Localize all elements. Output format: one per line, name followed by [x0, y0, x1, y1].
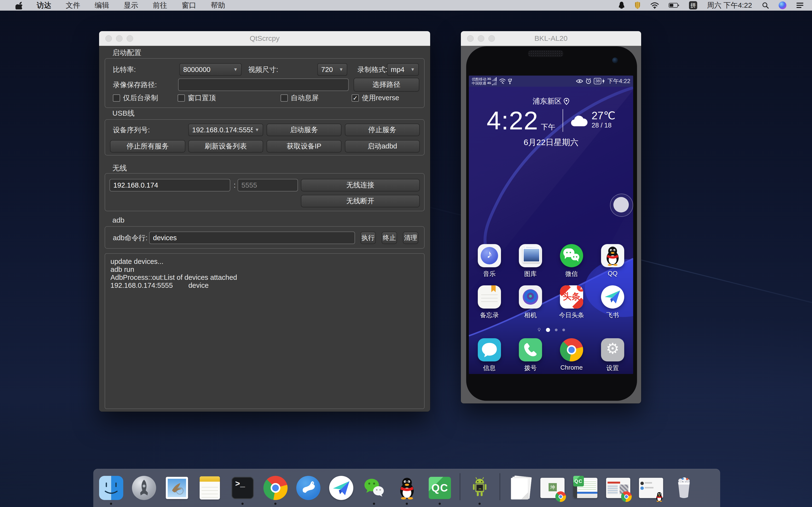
assistive-touch-ball[interactable] [610, 193, 633, 217]
menu-window[interactable]: 窗口 [174, 0, 203, 11]
checkbox-window-on-top[interactable]: 窗口置顶 [177, 94, 216, 102]
wireless-connect-button[interactable]: 无线连接 [301, 179, 420, 191]
app-camera[interactable]: 相机 [510, 285, 551, 320]
dock-minimized-qq-window[interactable] [639, 476, 663, 500]
weather-location[interactable]: 浦东新区 [469, 96, 633, 106]
clock-widget[interactable]: 4:22 下午 27℃ 28 / 18 [469, 106, 633, 135]
wifi-status-icon[interactable] [650, 2, 659, 9]
start-service-button[interactable]: 启动服务 [266, 124, 342, 136]
choose-path-button[interactable]: 选择路径 [354, 78, 419, 92]
page-dot-active [546, 328, 550, 332]
toutiao-icon[interactable]: 头条1 [560, 285, 583, 308]
close-button[interactable] [105, 35, 112, 42]
dock-mail[interactable] [165, 476, 189, 500]
dock-trash[interactable] [672, 476, 696, 500]
app-wechat[interactable]: 微信 [551, 244, 592, 278]
zoom-button[interactable] [489, 35, 495, 42]
camera-icon[interactable] [519, 285, 542, 308]
chrome-icon[interactable] [560, 338, 583, 361]
checkbox-auto-screen-off[interactable]: 自动息屏 [281, 94, 319, 102]
wireless-port-input[interactable] [238, 179, 298, 191]
dialer-icon[interactable] [519, 338, 542, 361]
qq-icon[interactable] [601, 244, 624, 267]
shield-status-icon[interactable] [635, 1, 641, 9]
qq-status-icon[interactable] [618, 1, 625, 9]
dock-seal-app[interactable] [296, 476, 320, 500]
app-messages[interactable]: 信息 [469, 338, 510, 372]
dock-qtscrcpy-android[interactable] [468, 476, 492, 500]
dock-qtcreator[interactable]: QC [428, 476, 452, 500]
gallery-icon[interactable] [519, 244, 542, 267]
checkbox-box[interactable] [281, 95, 288, 102]
menu-go[interactable]: 前往 [146, 0, 174, 11]
menu-finder[interactable]: 访达 [30, 0, 58, 11]
battery-status-icon[interactable] [669, 2, 679, 8]
record-format-combo[interactable]: mp4▼ [387, 63, 419, 76]
feishu-icon[interactable] [601, 285, 624, 308]
app-memo[interactable]: 备忘录 [469, 285, 510, 320]
app-settings[interactable]: ⚙ 设置 [592, 338, 633, 372]
wireless-disconnect-button[interactable]: 无线断开 [301, 195, 420, 207]
app-dialer[interactable]: 拨号 [510, 338, 551, 372]
phone-screen[interactable]: 优酷移动 3G 中国联通 4G [469, 75, 633, 374]
app-music[interactable]: ♪ 音乐 [469, 244, 510, 278]
dock-feishu[interactable] [329, 476, 353, 500]
dock-launchpad[interactable] [132, 476, 156, 500]
app-toutiao[interactable]: 头条1 今日头条 [551, 285, 592, 320]
spotlight-search-icon[interactable] [762, 2, 769, 9]
checkbox-use-reverse[interactable]: ✓ 使用reverse [352, 94, 399, 102]
serial-combo[interactable]: 192.168.0.174:5555▼ [188, 124, 263, 136]
video-size-combo[interactable]: 720▼ [317, 63, 347, 76]
minimize-button[interactable] [478, 35, 484, 42]
dock-documents-stack[interactable] [507, 476, 532, 500]
notification-center-icon[interactable] [796, 2, 804, 8]
app-chrome[interactable]: Chrome [551, 338, 592, 372]
stop-service-button[interactable]: 停止服务 [345, 124, 420, 136]
checkbox-box-checked[interactable]: ✓ [352, 95, 359, 102]
input-method-icon[interactable]: 拼 [689, 1, 697, 9]
adb-run-button[interactable]: 执行 [360, 231, 376, 244]
music-icon[interactable]: ♪ [478, 244, 501, 267]
stop-all-services-button[interactable]: 停止所有服务 [110, 140, 185, 153]
siri-icon[interactable] [779, 1, 786, 9]
adb-clear-button[interactable]: 清理 [403, 231, 418, 244]
minimize-button[interactable] [116, 35, 122, 42]
checkbox-box[interactable] [113, 95, 120, 102]
start-adbd-button[interactable]: 启动adbd [345, 140, 420, 153]
refresh-devices-button[interactable]: 刷新设备列表 [188, 140, 263, 153]
messages-icon[interactable] [478, 338, 501, 361]
phone-title-bar[interactable]: BKL-AL20 [461, 31, 641, 46]
checkbox-background-record[interactable]: 仅后台录制 [113, 94, 158, 102]
dock-minimized-chrome-window-1[interactable]: 坤 [540, 476, 564, 500]
settings-icon[interactable]: ⚙ [601, 338, 624, 361]
bitrate-combo[interactable]: 8000000▼ [179, 63, 242, 76]
menu-file[interactable]: 文件 [58, 0, 88, 11]
adb-stop-button[interactable]: 终止 [382, 231, 397, 244]
menu-edit[interactable]: 编辑 [88, 0, 116, 11]
wireless-ip-input[interactable] [109, 179, 230, 191]
dock-terminal[interactable]: >_ [231, 476, 255, 500]
dock-notes[interactable] [198, 476, 222, 500]
memo-icon[interactable] [478, 285, 501, 308]
qtscrcpy-title-bar[interactable]: QtScrcpy [99, 31, 430, 46]
adb-cmd-input[interactable] [149, 231, 355, 244]
close-button[interactable] [467, 35, 474, 42]
record-path-input[interactable] [178, 78, 349, 91]
app-gallery[interactable]: 图库 [510, 244, 551, 278]
dock-minimized-browser-window[interactable] [606, 476, 630, 500]
apple-menu-icon[interactable] [9, 1, 30, 9]
app-qq[interactable]: QQ [592, 244, 633, 278]
zoom-button[interactable] [126, 35, 133, 42]
app-feishu[interactable]: 飞书 [592, 285, 633, 320]
dock-qq[interactable] [395, 476, 419, 500]
menu-clock[interactable]: 周六 下午4:22 [707, 0, 752, 10]
menu-view[interactable]: 显示 [116, 0, 146, 11]
wechat-icon[interactable] [560, 244, 583, 267]
get-device-ip-button[interactable]: 获取设备IP [266, 140, 342, 153]
dock-minimized-qtcreator-window[interactable]: QC [573, 476, 597, 500]
dock-finder[interactable] [99, 476, 123, 500]
menu-help[interactable]: 帮助 [203, 0, 233, 11]
dock-chrome[interactable] [263, 476, 288, 500]
checkbox-box[interactable] [177, 95, 185, 102]
dock-wechat[interactable] [362, 476, 386, 500]
